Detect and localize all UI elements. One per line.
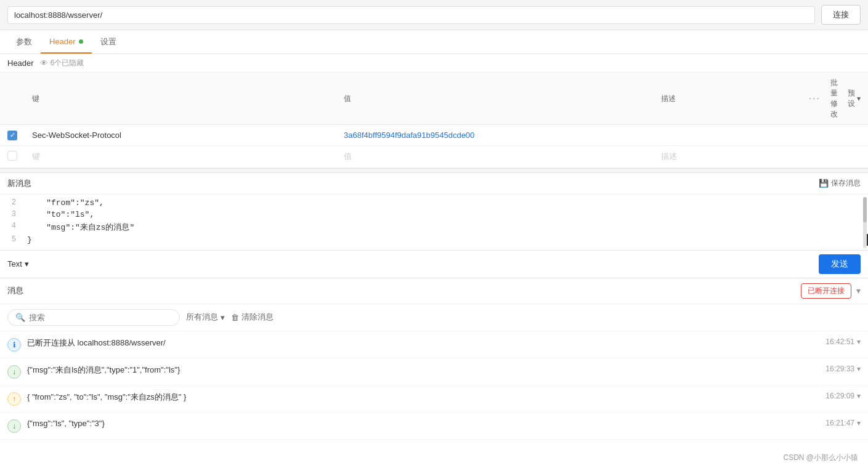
message-content-3: { "from":"zs", "to":"ls", "msg":"来自zs的消息… bbox=[27, 392, 819, 403]
row2-value[interactable]: 值 bbox=[336, 145, 654, 167]
message-item-3[interactable]: ↑ { "from":"zs", "to":"ls", "msg":"来自zs的… bbox=[0, 385, 868, 413]
line-content-5: } bbox=[22, 234, 868, 246]
message-received-icon-1: ↓ bbox=[7, 365, 21, 379]
watermark: CSDN @小那么小小猿 bbox=[783, 453, 858, 463]
messages-expand-icon[interactable]: ▾ bbox=[856, 286, 861, 296]
tab-params[interactable]: 参数 bbox=[7, 30, 41, 54]
editor-scrollbar[interactable] bbox=[863, 197, 867, 248]
message-received-icon-2: ↓ bbox=[7, 419, 21, 433]
filter-button[interactable]: 所有消息 ▾ bbox=[186, 312, 225, 323]
disconnected-label: 已断开连接 bbox=[808, 286, 845, 296]
tab-header-label: Header bbox=[49, 37, 76, 46]
text-format-dropdown[interactable]: Text ▾ bbox=[7, 259, 29, 268]
line-num-5: 5 bbox=[0, 234, 22, 245]
save-message-button[interactable]: 💾 保存消息 bbox=[819, 178, 861, 188]
save-message-label: 保存消息 bbox=[831, 178, 861, 188]
table-row: Sec-WebSocket-Protocol 3a68f4bff9594f9da… bbox=[0, 125, 868, 146]
row2-checkbox[interactable] bbox=[7, 151, 17, 161]
search-input-wrap: 🔍 bbox=[7, 309, 180, 326]
time-2: 16:29:33 bbox=[825, 365, 854, 373]
url-bar: 连接 bbox=[0, 0, 868, 30]
message-item-4[interactable]: ↓ {"msg":"ls", "type":"3"} 16:21:47 ▾ bbox=[0, 413, 868, 440]
message-content-1: 已断开连接从 localhost:8888/wsserver/ bbox=[27, 337, 819, 349]
send-button[interactable]: 发送 bbox=[819, 254, 861, 274]
trash-icon: 🗑 bbox=[231, 313, 239, 322]
preset-button[interactable]: 预设 ▾ bbox=[848, 88, 861, 109]
tab-settings-label: 设置 bbox=[100, 36, 116, 47]
hidden-badge[interactable]: 👁 6个已隐藏 bbox=[40, 58, 84, 68]
search-row: 🔍 所有消息 ▾ 🗑 清除消息 bbox=[0, 304, 868, 331]
code-lines[interactable]: 2 "from":"zs", 3 "to":"ls", 4 "msg":"来自z… bbox=[0, 195, 868, 250]
tab-header[interactable]: Header bbox=[41, 31, 92, 54]
message-time-3: 16:29:09 ▾ bbox=[825, 392, 861, 400]
new-message-title: 新消息 bbox=[7, 178, 31, 189]
save-icon: 💾 bbox=[819, 179, 829, 188]
preset-chevron-icon: ▾ bbox=[857, 94, 861, 103]
row1-value[interactable]: 3a68f4bff9594f9dafa91b9545dcde00 bbox=[336, 125, 654, 146]
row1-checkbox[interactable] bbox=[7, 131, 17, 140]
time-3: 16:29:09 bbox=[825, 392, 854, 400]
batch-edit-button[interactable]: 批量修改 bbox=[830, 78, 838, 119]
message-item-1[interactable]: ℹ 已断开连接从 localhost:8888/wsserver/ 16:42:… bbox=[0, 331, 868, 358]
editor-bottom-bar: Text ▾ 发送 bbox=[0, 251, 868, 278]
header-active-dot bbox=[79, 39, 83, 44]
message-expand-3[interactable]: ▾ bbox=[857, 392, 861, 400]
line-num-4: 4 bbox=[0, 220, 22, 232]
messages-header: 消息 已断开连接 ▾ bbox=[0, 278, 868, 304]
message-info-icon: ℹ bbox=[7, 338, 21, 352]
message-expand-1[interactable]: ▾ bbox=[857, 337, 861, 346]
header-section-label: Header bbox=[7, 58, 34, 68]
tab-settings[interactable]: 设置 bbox=[92, 30, 125, 54]
tab-params-label: 参数 bbox=[16, 36, 32, 47]
text-format-label: Text bbox=[7, 259, 22, 268]
code-line-5: 5 } bbox=[0, 234, 868, 246]
clear-label: 清除消息 bbox=[241, 312, 274, 323]
row2-key[interactable]: 键 bbox=[25, 145, 336, 167]
filter-label: 所有消息 bbox=[186, 312, 218, 323]
search-input[interactable] bbox=[29, 313, 172, 322]
more-options-button[interactable]: ··· bbox=[809, 93, 821, 104]
hidden-count: 6个已隐藏 bbox=[51, 58, 84, 68]
line-content-4: "msg":"来自zs的消息" bbox=[22, 220, 868, 234]
message-expand-2[interactable]: ▾ bbox=[857, 365, 861, 373]
clear-messages-button[interactable]: 🗑 清除消息 bbox=[231, 312, 274, 323]
line-num-2: 2 bbox=[0, 197, 22, 208]
header-section: Header 👁 6个已隐藏 bbox=[0, 54, 868, 73]
row1-checkbox-cell[interactable] bbox=[0, 125, 25, 146]
connect-button[interactable]: 连接 bbox=[821, 5, 861, 25]
message-content-4: {"msg":"ls", "type":"3"} bbox=[27, 419, 819, 428]
message-sent-icon: ↑ bbox=[7, 392, 21, 406]
message-time-2: 16:29:33 ▾ bbox=[825, 365, 861, 373]
filter-chevron-icon: ▾ bbox=[221, 313, 225, 322]
row2-actions bbox=[801, 145, 868, 167]
time-1: 16:42:51 bbox=[825, 337, 854, 346]
th-actions: ··· 批量修改 预设 ▾ bbox=[801, 73, 868, 125]
table-row: 键 值 描述 bbox=[0, 145, 868, 167]
row1-actions bbox=[801, 125, 868, 146]
text-format-chevron-icon: ▾ bbox=[25, 259, 29, 268]
message-time-1: 16:42:51 ▾ bbox=[825, 337, 861, 346]
code-line-4: 4 "msg":"来自zs的消息" bbox=[0, 220, 868, 234]
code-line-2: 2 "from":"zs", bbox=[0, 197, 868, 209]
message-content-2: {"msg":"来自ls的消息","type":"1","from":"ls"} bbox=[27, 365, 819, 376]
line-content-2: "from":"zs", bbox=[22, 197, 868, 209]
message-time-4: 16:21:47 ▾ bbox=[825, 419, 861, 427]
code-editor-wrapper: 2 "from":"zs", 3 "to":"ls", 4 "msg":"来自z… bbox=[0, 195, 868, 251]
row1-key[interactable]: Sec-WebSocket-Protocol bbox=[25, 125, 336, 146]
section-divider bbox=[0, 168, 868, 173]
url-input[interactable] bbox=[7, 6, 815, 24]
line-num-3: 3 bbox=[0, 209, 22, 220]
message-expand-4[interactable]: ▾ bbox=[857, 419, 861, 427]
message-item-2[interactable]: ↓ {"msg":"来自ls的消息","type":"1","from":"ls… bbox=[0, 358, 868, 385]
line-content-3: "to":"ls", bbox=[22, 209, 868, 220]
th-key: 键 bbox=[25, 73, 336, 125]
messages-section: 消息 已断开连接 ▾ 🔍 所有消息 ▾ 🗑 清除消息 ℹ 已断开连接从 loca… bbox=[0, 278, 868, 440]
messages-title: 消息 bbox=[7, 285, 23, 296]
editor-scrollbar-thumb[interactable] bbox=[863, 197, 867, 223]
row2-checkbox-cell[interactable] bbox=[0, 145, 25, 167]
preset-label: 预设 bbox=[848, 88, 855, 109]
eye-icon: 👁 bbox=[40, 58, 48, 68]
code-line-3: 3 "to":"ls", bbox=[0, 209, 868, 220]
row2-description: 描述 bbox=[654, 145, 801, 167]
code-editor[interactable]: 2 "from":"zs", 3 "to":"ls", 4 "msg":"来自z… bbox=[0, 195, 868, 251]
